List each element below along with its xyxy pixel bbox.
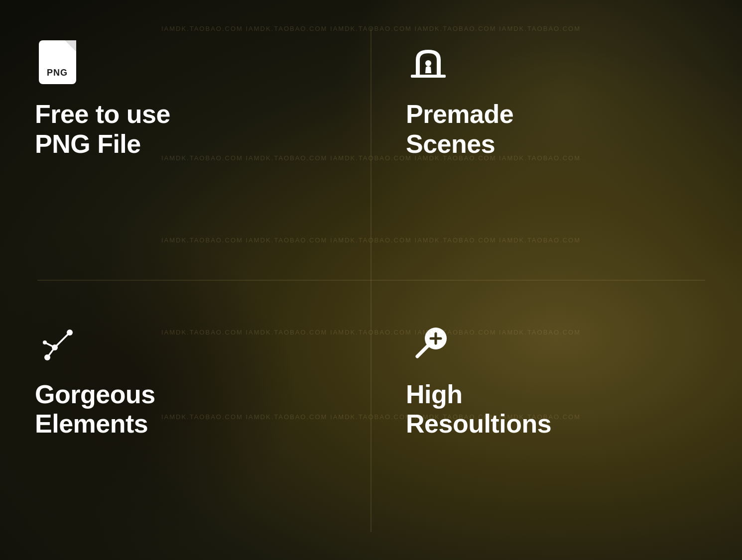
svg-line-6: [47, 347, 55, 357]
elements-feature-title: Gorgeous Elements: [35, 380, 336, 440]
png-feature-title: Free to use PNG File: [35, 100, 336, 159]
resolution-feature-title: High Resoultions: [406, 380, 707, 440]
png-file-icon: PNG: [39, 40, 76, 84]
svg-point-1: [425, 60, 431, 66]
elements-icon-wrapper: [35, 320, 80, 365]
resolution-icon-wrapper: [406, 320, 451, 365]
svg-line-9: [417, 344, 429, 356]
scenes-icon-wrapper: [406, 40, 451, 85]
svg-rect-0: [411, 75, 446, 78]
svg-point-8: [43, 340, 47, 344]
scenes-feature-title: Premade Scenes: [406, 100, 707, 159]
png-label: PNG: [47, 68, 68, 78]
png-icon-wrapper: PNG: [35, 40, 80, 85]
horizontal-divider: [37, 280, 705, 280]
scenes-icon: [408, 42, 448, 82]
